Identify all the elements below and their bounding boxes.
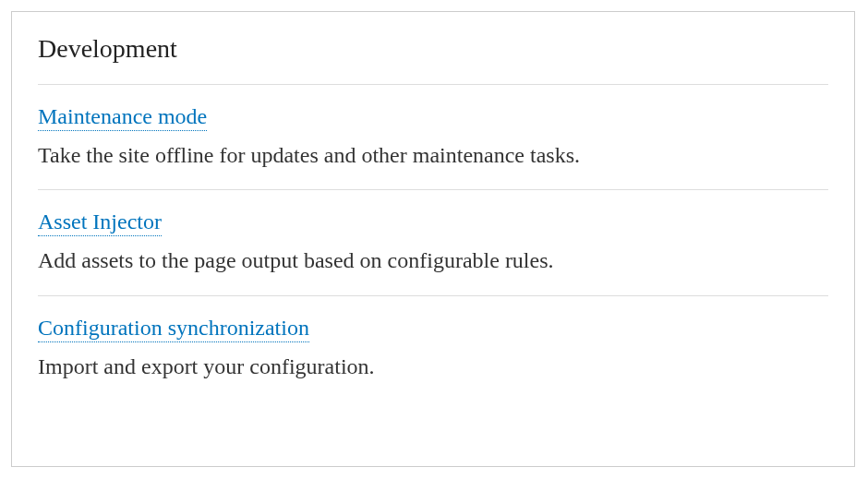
item-description: Add assets to the page output based on c… (38, 245, 828, 277)
list-item: Asset Injector Add assets to the page ou… (38, 190, 828, 295)
item-description: Take the site offline for updates and ot… (38, 140, 828, 172)
panel-title: Development (38, 34, 828, 85)
configuration-synchronization-link[interactable]: Configuration synchronization (38, 315, 309, 342)
maintenance-mode-link[interactable]: Maintenance mode (38, 103, 207, 131)
list-item: Configuration synchronization Import and… (38, 296, 828, 382)
list-item: Maintenance mode Take the site offline f… (38, 85, 828, 190)
development-panel: Development Maintenance mode Take the si… (11, 11, 855, 467)
asset-injector-link[interactable]: Asset Injector (38, 209, 162, 236)
item-description: Import and export your configuration. (38, 352, 828, 383)
